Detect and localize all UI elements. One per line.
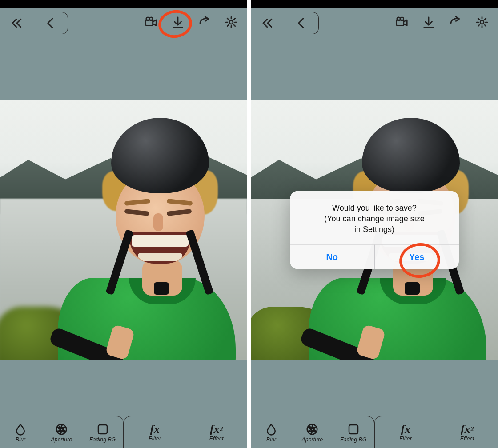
- download-icon: [171, 16, 185, 29]
- download-button[interactable]: [165, 11, 191, 33]
- video-camera-icon: [395, 16, 409, 29]
- svg-point-3: [229, 20, 233, 24]
- droplet-icon: [265, 423, 278, 436]
- tool-aperture[interactable]: Aperture: [41, 423, 81, 443]
- back-all-button[interactable]: [0, 12, 34, 34]
- photo-subject: [62, 118, 231, 358]
- photo-canvas[interactable]: Would you like to save? (You can change …: [251, 100, 498, 360]
- tool-blur[interactable]: Blur: [251, 423, 291, 443]
- back-button[interactable]: [34, 12, 68, 34]
- bottom-toolbar: Blur Aperture Fading BG fx Filter fx2: [0, 416, 247, 448]
- top-toolbar: [251, 8, 498, 35]
- dialog-yes-button[interactable]: Yes: [374, 245, 459, 269]
- tool-aperture[interactable]: Aperture: [292, 423, 332, 443]
- tool-blur-label: Blur: [16, 436, 25, 443]
- svg-rect-11: [349, 425, 358, 434]
- settings-button[interactable]: [469, 11, 495, 33]
- action-group: [135, 11, 247, 33]
- bottom-right-group: fx Filter fx2 Effect: [124, 416, 247, 448]
- chevron-left-icon: [295, 16, 308, 30]
- action-group: [386, 11, 498, 33]
- bottom-left-group: Blur Aperture Fading BG: [251, 416, 374, 448]
- fx2-icon: fx2: [461, 424, 474, 435]
- tool-filter-label: Filter: [399, 436, 412, 442]
- screenshot-left: Blur Aperture Fading BG fx Filter fx2: [0, 8, 247, 448]
- video-button[interactable]: [138, 11, 165, 33]
- gear-icon: [225, 16, 238, 29]
- nav-group: [251, 12, 319, 34]
- tool-effect-label: Effect: [209, 436, 224, 442]
- tool-effect[interactable]: fx2 Effect: [197, 424, 237, 442]
- video-button[interactable]: [389, 11, 415, 33]
- svg-point-9: [480, 20, 484, 24]
- dialog-message: Would you like to save? (You can change …: [290, 191, 459, 244]
- download-button[interactable]: [415, 11, 442, 33]
- dialog-buttons: No Yes: [290, 244, 459, 269]
- tool-filter[interactable]: fx Filter: [386, 424, 426, 442]
- droplet-icon: [14, 423, 27, 436]
- pane-divider: [247, 0, 251, 448]
- svg-rect-5: [98, 425, 107, 434]
- square-icon: [347, 423, 360, 436]
- fx-icon: fx: [150, 424, 160, 435]
- aperture-icon: [55, 423, 68, 436]
- dialog-line1: Would you like to save?: [299, 202, 450, 213]
- share-button[interactable]: [191, 11, 218, 33]
- tool-blur[interactable]: Blur: [0, 423, 40, 443]
- share-button[interactable]: [442, 11, 469, 33]
- double-chevron-left-icon: [10, 16, 24, 30]
- tool-filter[interactable]: fx Filter: [135, 424, 175, 442]
- tool-fading-bg[interactable]: Fading BG: [83, 423, 123, 443]
- side-by-side-screenshots: Blur Aperture Fading BG fx Filter fx2: [0, 0, 498, 448]
- nav-group: [0, 12, 68, 34]
- save-dialog: Would you like to save? (You can change …: [290, 191, 459, 269]
- bottom-right-group: fx Filter fx2 Effect: [374, 416, 498, 448]
- bottom-toolbar: Blur Aperture Fading BG fx Filter fx2: [251, 416, 498, 448]
- square-icon: [96, 423, 109, 436]
- tool-blur-label: Blur: [266, 436, 276, 443]
- tool-effect-label: Effect: [460, 436, 474, 442]
- download-icon: [422, 16, 435, 29]
- svg-point-8: [400, 17, 404, 20]
- aperture-icon: [305, 423, 319, 436]
- gear-icon: [475, 16, 489, 29]
- top-toolbar: [0, 8, 247, 35]
- back-button[interactable]: [285, 12, 318, 34]
- tool-fading-label: Fading BG: [340, 436, 366, 443]
- settings-button[interactable]: [218, 11, 245, 33]
- tool-fading-bg[interactable]: Fading BG: [333, 423, 374, 443]
- chevron-left-icon: [44, 16, 57, 30]
- fx-icon: fx: [401, 424, 410, 435]
- fx2-icon: fx2: [210, 424, 223, 435]
- tool-aperture-label: Aperture: [302, 436, 323, 443]
- bottom-left-group: Blur Aperture Fading BG: [0, 416, 124, 448]
- dialog-line2: (You can change image size: [299, 213, 450, 224]
- tool-aperture-label: Aperture: [51, 436, 72, 443]
- photo-canvas[interactable]: [0, 100, 247, 360]
- dialog-line3: in Settings): [299, 224, 450, 235]
- dialog-no-button[interactable]: No: [290, 245, 374, 269]
- video-camera-icon: [145, 16, 158, 29]
- tool-filter-label: Filter: [149, 436, 161, 442]
- tool-fading-label: Fading BG: [89, 436, 116, 443]
- double-chevron-left-icon: [261, 16, 274, 30]
- screenshot-right: Would you like to save? (You can change …: [251, 8, 498, 448]
- share-arrow-icon: [449, 16, 462, 29]
- svg-point-2: [149, 17, 153, 20]
- back-all-button[interactable]: [251, 12, 285, 34]
- tool-effect[interactable]: fx2 Effect: [447, 424, 487, 442]
- share-arrow-icon: [198, 16, 211, 29]
